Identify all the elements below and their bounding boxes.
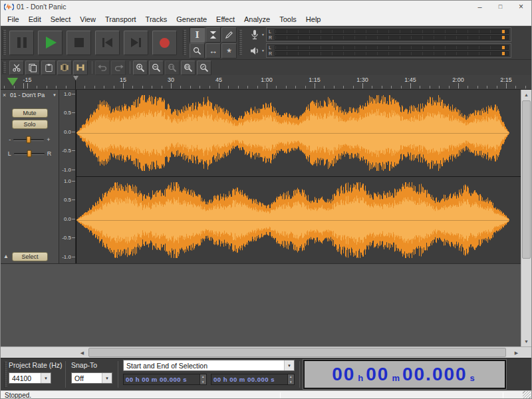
menu-file[interactable]: File [3,13,24,25]
scroll-left-button[interactable]: ◀ [77,348,87,358]
scroll-up-button[interactable]: ▲ [521,90,531,100]
chevron-down-icon: ▼ [41,373,51,383]
tools-toolbar-grabber[interactable] [183,30,186,55]
menu-analyze[interactable]: Analyze [239,13,275,25]
play-start-marker-icon[interactable] [7,78,18,86]
menu-tracks[interactable]: Tracks [141,13,172,25]
timeline-cursor-handle[interactable] [73,76,78,80]
selection-end-value: 00 h 00 m 00.000 s [213,376,275,383]
draw-tool-button[interactable] [221,27,237,43]
scale-label: 0.0 [64,130,71,135]
recording-meter-dropdown-icon[interactable]: ▼ [261,33,265,37]
zoom-toggle-button[interactable] [197,61,211,75]
vertical-scale-ruler[interactable]: 1.0 0.5 0.0 -0.5 -1.0 1.0 0.5 0.0 -0.5 -… [59,90,76,264]
close-button[interactable]: × [511,1,531,13]
timeline-tick-label: 1:45 [404,76,416,83]
minimize-button[interactable]: – [469,1,490,13]
timeline-tick-label: 1:00 [261,76,273,83]
edit-toolbar-grabber[interactable] [3,62,6,74]
transport-toolbar: I ↔ * [1,26,531,59]
fit-project-button[interactable] [181,61,196,75]
gain-minus-label: - [9,137,11,143]
multi-tool-button[interactable]: * [221,43,237,59]
timeline-ruler[interactable]: -15 15 30 45 1:00 1:15 1:30 1:45 2:00 2:… [1,75,531,90]
skip-to-start-button[interactable] [95,31,120,55]
redo-button[interactable] [111,61,126,75]
track-menu-dropdown-icon[interactable]: ▼ [53,93,57,97]
spinner[interactable]: ▲ ▼ [287,374,294,384]
spinner[interactable]: ▲ ▼ [200,374,206,384]
copy-button[interactable] [25,61,40,75]
resize-grip[interactable] [523,391,531,399]
position-minutes: 00 [366,364,389,385]
skip-to-start-icon [102,38,112,47]
gain-slider[interactable] [13,139,44,141]
scroll-right-button[interactable]: ▶ [511,348,521,358]
track-close-icon[interactable]: × [3,92,9,98]
recording-meter-bars[interactable]: L R [266,27,511,42]
zoom-tool-button[interactable] [190,43,205,59]
selection-toolbar-grabber[interactable] [4,362,7,388]
selection-start-field[interactable]: 00 h 00 m 00.000 s ▲ ▼ [123,374,207,385]
gain-slider-thumb[interactable] [27,136,31,144]
envelope-tool-button[interactable] [205,27,221,43]
stop-button[interactable] [66,31,91,55]
horizontal-scrollbar[interactable]: ◀ ▶ [1,346,531,358]
menu-effect[interactable]: Effect [211,13,239,25]
trim-audio-button[interactable] [57,61,72,75]
scale-label: -1.0 [62,255,71,260]
menu-transport[interactable]: Transport [100,13,141,25]
snap-to-select[interactable]: Off ▼ [71,372,112,384]
vertical-scrollbar[interactable]: ▲ ▼ [521,90,531,346]
menu-tools[interactable]: Tools [275,13,301,25]
menu-view[interactable]: View [75,13,100,25]
speaker-icon [249,47,260,55]
pause-button[interactable] [9,31,34,55]
menu-help[interactable]: Help [301,13,326,25]
waveform-display[interactable] [76,90,522,264]
toolbar-grabber[interactable] [3,30,6,55]
solo-button[interactable]: Solo [12,120,48,129]
recording-meter[interactable]: ▼ L R [249,27,511,42]
project-rate-select[interactable]: 44100 ▼ [9,372,51,384]
silence-audio-button[interactable] [73,61,88,75]
menu-select[interactable]: Select [46,13,76,25]
time-shift-tool-button[interactable]: ↔ [205,43,221,59]
timeline-tick-label: 15 [120,76,126,83]
playback-meter-bars[interactable]: L R [266,43,511,58]
scale-label: -0.5 [62,148,71,154]
zoom-in-button[interactable] [133,61,148,75]
mute-button[interactable]: Mute [12,108,48,118]
scroll-down-button[interactable]: ▼ [521,336,531,346]
playback-meter-dropdown-icon[interactable]: ▼ [261,49,265,53]
waveform-canvas[interactable] [76,90,522,263]
undo-button[interactable] [95,61,110,75]
track-name[interactable]: 01 - Don't Pa [10,92,51,98]
pan-slider-thumb[interactable] [27,150,31,158]
meter-toolbar-grabber[interactable] [239,30,242,55]
menu-edit[interactable]: Edit [24,13,46,25]
cut-button[interactable] [9,61,24,75]
audio-position-display[interactable]: 00 h 00 m 00.000 s [303,360,506,389]
menu-generate[interactable]: Generate [172,13,211,25]
track-control-panel: × 01 - Don't Pa ▼ Mute Solo - + L R ▲ [1,90,59,264]
maximize-button[interactable]: □ [490,1,511,13]
horizontal-scrollbar-thumb[interactable] [88,348,506,357]
playback-meter[interactable]: ▼ L R [249,43,511,58]
collapse-track-icon[interactable]: ▲ [3,254,9,259]
scale-label: 1.0 [64,92,71,97]
play-button[interactable] [38,31,63,55]
selection-end-field[interactable]: 00 h 00 m 00.000 s ▲ ▼ [211,374,295,385]
record-button[interactable] [152,31,177,55]
fit-selection-button[interactable] [165,61,180,75]
selection-mode-select[interactable]: Start and End of Selection ▼ [123,360,295,371]
paste-button[interactable] [41,61,56,75]
skip-to-end-button[interactable] [124,31,148,55]
timeline-tick-label: 30 [168,76,174,83]
track-select-button[interactable]: Select [12,252,48,261]
pan-slider[interactable] [14,153,45,155]
vertical-scrollbar-thumb[interactable] [522,100,531,259]
zoom-out-button[interactable] [149,61,164,75]
selection-tool-button[interactable]: I [190,27,205,43]
play-icon [46,37,57,49]
